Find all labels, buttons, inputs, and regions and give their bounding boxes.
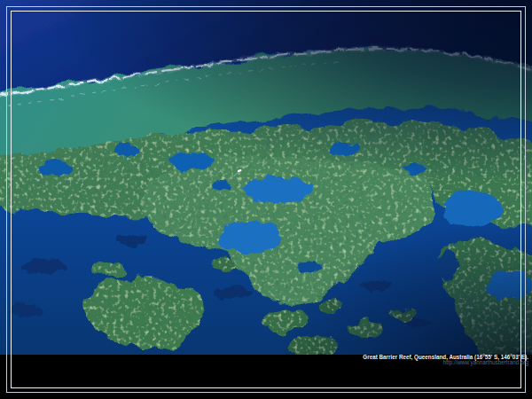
- wallpaper: Great Barrier Reef, Queensland, Australi…: [0, 0, 532, 399]
- photo-caption: Great Barrier Reef, Queensland, Australi…: [363, 354, 528, 366]
- caption-url: http://www.yannarthusbertrand.org: [363, 360, 528, 366]
- dark-corner-top-right: [0, 0, 532, 204]
- dark-corner-bottom-right: [248, 186, 532, 355]
- reef-aerial-photo: [0, 0, 532, 355]
